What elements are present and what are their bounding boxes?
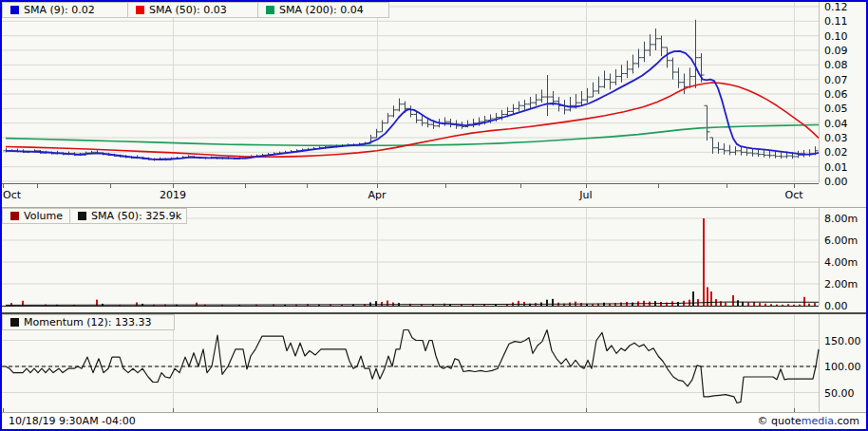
momentum-legend: Momentum (12): 133.33 xyxy=(2,314,175,330)
sma200-label: SMA (200): 0.04 xyxy=(279,4,364,16)
legend-item-momentum: Momentum (12): 133.33 xyxy=(2,314,175,330)
status-bar: 10/18/19 9:30AM -04:00 © quotemedia.com xyxy=(2,413,866,429)
quotemedia-stock-chart: 0.120.110.100.090.080.070.060.050.040.03… xyxy=(0,0,868,431)
momentum-swatch-icon xyxy=(10,318,19,327)
svg-text:0.04: 0.04 xyxy=(824,118,848,130)
volume-legend: Volume SMA (50): 325.9k xyxy=(2,208,187,224)
sma9-swatch-icon xyxy=(10,6,19,14)
sma9-label: SMA (9): 0.02 xyxy=(24,4,95,16)
svg-text:Oct: Oct xyxy=(784,189,803,201)
svg-text:Jul: Jul xyxy=(578,189,592,201)
svg-text:0.00: 0.00 xyxy=(824,300,848,312)
volume-sma-line xyxy=(6,302,819,305)
sma200-swatch-icon xyxy=(266,6,274,14)
svg-text:0.00: 0.00 xyxy=(824,176,848,188)
sma50-swatch-icon xyxy=(136,6,144,14)
quotemedia-brand: media xyxy=(802,415,834,427)
svg-text:0.06: 0.06 xyxy=(824,88,848,101)
sma200-line xyxy=(6,125,819,146)
momentum-label: Momentum (12): 133.33 xyxy=(24,316,151,328)
legend-item-sma9: SMA (9): 0.02 xyxy=(2,2,128,18)
sma9-line xyxy=(6,51,819,159)
copyright-text: © quotemedia.com xyxy=(757,415,859,427)
svg-text:2019: 2019 xyxy=(160,189,186,201)
svg-text:50.00: 50.00 xyxy=(824,387,855,400)
price-chart: 0.120.110.100.090.080.070.060.050.040.03… xyxy=(2,2,866,207)
volume-label: Volume xyxy=(24,210,63,222)
svg-text:100.00: 100.00 xyxy=(824,361,861,373)
sma50-label: SMA (50): 0.03 xyxy=(149,4,227,16)
svg-text:0.05: 0.05 xyxy=(824,103,848,115)
volume-sma-label: SMA (50): 325.9k xyxy=(91,210,181,222)
svg-text:0.12: 0.12 xyxy=(824,2,848,13)
svg-text:2.00m: 2.00m xyxy=(824,278,858,290)
legend-item-sma200: SMA (200): 0.04 xyxy=(257,2,389,18)
svg-text:0.01: 0.01 xyxy=(824,161,848,174)
timestamp-text: 10/18/19 9:30AM -04:00 xyxy=(9,415,136,427)
svg-text:4.00m: 4.00m xyxy=(824,256,858,269)
svg-text:8.00m: 8.00m xyxy=(824,213,858,225)
svg-text:6.00m: 6.00m xyxy=(824,234,858,247)
price-x-axis: Oct2019AprJulOct xyxy=(2,183,819,201)
copyright-suffix: .com xyxy=(834,415,859,427)
svg-text:0.09: 0.09 xyxy=(824,45,848,57)
volume-sma-swatch-icon xyxy=(78,212,86,220)
legend-item-sma50: SMA (50): 0.03 xyxy=(127,2,258,18)
svg-text:Apr: Apr xyxy=(368,189,387,201)
svg-text:0.07: 0.07 xyxy=(824,74,848,86)
volume-swatch-icon xyxy=(10,212,19,220)
svg-text:0.11: 0.11 xyxy=(824,15,848,28)
legend-item-volume: Volume xyxy=(2,208,70,224)
svg-text:0.08: 0.08 xyxy=(824,59,848,71)
price-bars xyxy=(4,20,819,161)
svg-text:150.00: 150.00 xyxy=(824,335,861,347)
svg-text:0.10: 0.10 xyxy=(824,30,848,43)
legend-item-volume-sma: SMA (50): 325.9k xyxy=(69,208,187,224)
price-legend: SMA (9): 0.02 SMA (50): 0.03 SMA (200): … xyxy=(2,2,389,18)
svg-text:0.03: 0.03 xyxy=(824,132,848,144)
svg-text:Oct: Oct xyxy=(3,189,22,201)
copyright-prefix: © quote xyxy=(757,415,801,427)
svg-text:0.02: 0.02 xyxy=(824,146,848,159)
